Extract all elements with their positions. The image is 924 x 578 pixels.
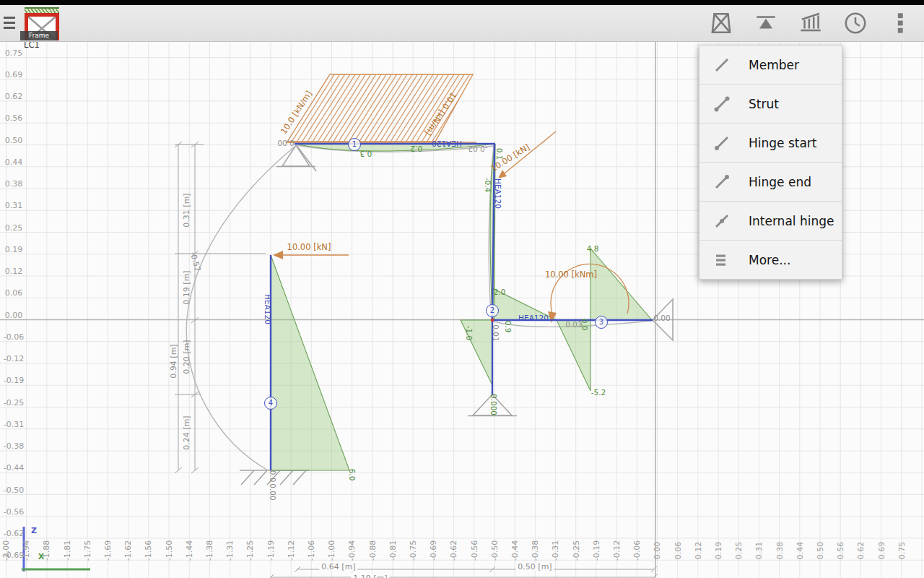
menu-item-strut[interactable]: Strut	[699, 84, 842, 123]
hinge-end-icon	[712, 173, 731, 191]
top-strip	[0, 0, 924, 5]
load-tool-icon	[797, 9, 824, 37]
menu-item-label: Hinge end	[749, 175, 811, 189]
overflow-menu-icon	[886, 9, 914, 37]
history-tool-button[interactable]	[833, 5, 878, 41]
app-icon-label: Frame	[20, 31, 58, 40]
insert-menu: MemberStrutHinge startHinge endInternal …	[699, 45, 842, 280]
support-tool-icon	[752, 9, 780, 37]
app-icon[interactable]: Frame	[20, 7, 61, 40]
frame-tool-button[interactable]	[699, 5, 744, 41]
menu-item-hinge-start[interactable]: Hinge start	[699, 123, 842, 162]
clock-icon	[842, 9, 869, 37]
toolbar	[699, 5, 923, 41]
insert-menu-rows: MemberStrutHinge startHinge endInternal …	[699, 46, 842, 279]
strut-icon	[712, 95, 731, 113]
load-tool-button[interactable]	[788, 5, 833, 41]
menu-item-label: Strut	[749, 97, 779, 111]
action-bar: Frame	[0, 0, 924, 42]
menu-item-label: More...	[749, 253, 790, 267]
frame-design-app: 0.750.690.620.560.500.440.380.310.250.19…	[0, 0, 924, 578]
drawer-handle-icon[interactable]	[4, 14, 18, 33]
overflow-menu-button[interactable]	[878, 5, 923, 41]
internal-hinge-icon	[712, 212, 731, 230]
member-icon	[712, 56, 731, 74]
menu-item-label: Member	[749, 58, 799, 72]
hinge-start-icon	[712, 134, 731, 152]
menu-item-member[interactable]: Member	[699, 46, 842, 84]
menu-item-label: Hinge start	[749, 136, 817, 150]
support-tool-button[interactable]	[744, 5, 788, 41]
menu-item-label: Internal hinge	[749, 214, 834, 228]
menu-item-more[interactable]: More...	[699, 240, 842, 279]
more-icon	[712, 251, 731, 269]
frame-tool-icon	[707, 9, 735, 37]
menu-item-hinge-end[interactable]: Hinge end	[699, 162, 842, 201]
menu-item-internal-hinge[interactable]: Internal hinge	[699, 201, 842, 240]
